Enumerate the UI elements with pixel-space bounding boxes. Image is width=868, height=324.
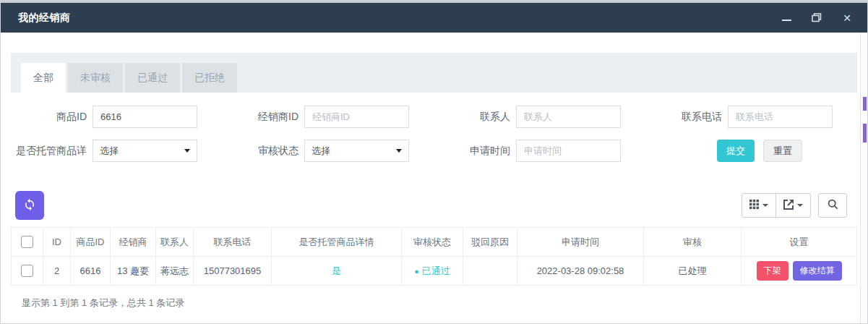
filter-dealer-id: 经销商ID xyxy=(223,106,435,128)
cell-apply-time: 2022-03-28 09:02:58 xyxy=(517,257,644,286)
apply-time-label: 申请时间 xyxy=(435,145,516,158)
window-controls: ✕ xyxy=(781,12,853,24)
modify-settlement-button[interactable]: 修改结算 xyxy=(793,261,842,281)
header-settings: 设置 xyxy=(742,228,857,257)
refresh-button[interactable] xyxy=(15,191,44,220)
pagination-summary: 显示第 1 到第 1 条记录，总共 1 条记录 xyxy=(11,286,857,320)
minimize-icon[interactable] xyxy=(781,12,792,24)
hosted-detail-label: 是否托管商品详 xyxy=(12,145,93,158)
tab-all[interactable]: 全部 xyxy=(21,63,66,93)
tab-strip: 全部 未审核 已通过 已拒绝 xyxy=(11,53,857,93)
filter-row-1: 商品ID 经销商ID 联系人 联系电话 xyxy=(12,106,857,128)
select-all-checkbox[interactable] xyxy=(21,236,33,248)
close-icon[interactable]: ✕ xyxy=(841,12,853,24)
filter-hosted-detail: 是否托管商品详 选择 xyxy=(12,140,223,162)
header-product-id: 商品ID xyxy=(71,228,111,257)
chevron-down-icon xyxy=(396,149,402,153)
chevron-down-icon xyxy=(797,204,803,207)
header-dealer: 经销商 xyxy=(111,228,156,257)
header-reject-reason: 驳回原因 xyxy=(463,228,517,257)
filter-contact: 联系人 xyxy=(435,106,647,128)
table-header-row: ID 商品ID 经销商 联系人 联系电话 是否托管商品详情 审核状态 驳回原因 … xyxy=(12,228,857,257)
app-window: 我的经销商 ✕ 全部 未审核 已通过 已拒绝 xyxy=(0,0,868,324)
refresh-icon xyxy=(23,198,36,213)
export-icon xyxy=(783,200,794,212)
product-id-input[interactable] xyxy=(93,106,197,128)
dealer-id-input[interactable] xyxy=(304,106,409,128)
take-down-button[interactable]: 下架 xyxy=(757,261,788,281)
row-checkbox[interactable] xyxy=(21,265,33,277)
cell-audit-status: ●已通过 xyxy=(402,257,463,286)
filter-actions: 提交 重置 xyxy=(717,140,802,162)
audit-status-select-value: 选择 xyxy=(311,145,330,158)
phone-label: 联系电话 xyxy=(647,111,728,124)
header-hosted-detail: 是否托管商品详情 xyxy=(272,228,402,257)
hosted-detail-select[interactable]: 选择 xyxy=(93,140,197,162)
product-id-label: 商品ID xyxy=(12,111,93,124)
vertical-scrollbar[interactable] xyxy=(860,33,867,323)
scrollbar-annotation-mark xyxy=(863,124,867,142)
audit-status-label: 审核状态 xyxy=(223,145,304,158)
cell-contact: 蒋远志 xyxy=(156,257,194,286)
tab-unreviewed[interactable]: 未审核 xyxy=(68,63,123,93)
cell-review: 已处理 xyxy=(644,257,742,286)
reset-button[interactable]: 重置 xyxy=(763,140,802,162)
panel-body: 商品ID 经销商ID 联系人 联系电话 xyxy=(11,93,857,320)
status-dot-icon: ● xyxy=(414,267,419,276)
header-review: 审核 xyxy=(644,228,742,257)
cell-settings: 下架修改结算 xyxy=(742,257,857,286)
scrollbar-annotation-mark xyxy=(863,97,867,111)
header-audit-status: 审核状态 xyxy=(402,228,463,257)
restore-icon[interactable] xyxy=(811,12,822,24)
toolbar-right xyxy=(742,193,847,218)
columns-dropdown-button[interactable] xyxy=(742,193,776,218)
dealer-table: ID 商品ID 经销商 联系人 联系电话 是否托管商品详情 审核状态 驳回原因 … xyxy=(11,227,857,286)
columns-grid-icon xyxy=(749,200,759,211)
header-select-all xyxy=(12,228,43,257)
cell-select xyxy=(12,257,43,286)
tab-rejected[interactable]: 已拒绝 xyxy=(182,63,237,93)
apply-time-input[interactable] xyxy=(516,140,621,162)
audit-status-select[interactable]: 选择 xyxy=(304,140,409,162)
contact-label: 联系人 xyxy=(435,111,516,124)
filter-row-2: 是否托管商品详 选择 审核状态 选择 申请时 xyxy=(12,140,857,162)
contact-input[interactable] xyxy=(516,106,621,128)
chevron-down-icon xyxy=(762,204,768,207)
cell-dealer: 13 趣耍 xyxy=(111,257,156,286)
cell-product-id: 6616 xyxy=(71,257,111,286)
search-button[interactable] xyxy=(818,193,847,218)
status-badge: 已通过 xyxy=(422,265,450,276)
filter-apply-time: 申请时间 xyxy=(435,140,647,162)
phone-input[interactable] xyxy=(728,106,833,128)
cell-phone: 15077301695 xyxy=(194,257,272,286)
dealer-id-label: 经销商ID xyxy=(223,111,304,124)
table-toolbar xyxy=(11,174,857,226)
tab-approved[interactable]: 已通过 xyxy=(125,63,180,93)
header-phone: 联系电话 xyxy=(194,228,272,257)
header-contact: 联系人 xyxy=(156,228,194,257)
hosted-detail-select-value: 选择 xyxy=(100,145,119,158)
dealer-panel: 全部 未审核 已通过 已拒绝 商品ID 经销商ID xyxy=(11,53,857,320)
window-title: 我的经销商 xyxy=(18,12,71,25)
cell-id: 2 xyxy=(43,257,71,286)
export-dropdown-button[interactable] xyxy=(776,193,811,218)
filter-product-id: 商品ID xyxy=(12,106,223,128)
table-row: 2 6616 13 趣耍 蒋远志 15077301695 是 ●已通过 2022… xyxy=(12,257,857,286)
chevron-down-icon xyxy=(184,149,190,153)
toolbar-button-group xyxy=(742,193,811,218)
cell-reject-reason xyxy=(463,257,517,286)
search-icon xyxy=(828,199,838,212)
header-id: ID xyxy=(43,228,71,257)
filter-audit-status: 审核状态 选择 xyxy=(223,140,435,162)
window-content: 全部 未审核 已通过 已拒绝 商品ID 经销商ID xyxy=(1,33,867,320)
header-apply-time: 申请时间 xyxy=(517,228,644,257)
filter-phone: 联系电话 xyxy=(647,106,859,128)
cell-hosted-detail: 是 xyxy=(272,257,402,286)
submit-button[interactable]: 提交 xyxy=(717,140,755,162)
titlebar: 我的经销商 ✕ xyxy=(1,1,867,33)
